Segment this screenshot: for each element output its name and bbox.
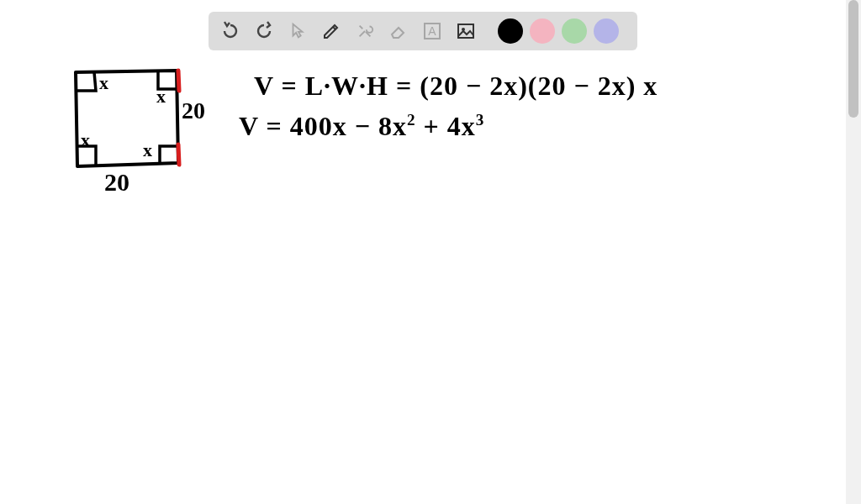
text-button[interactable]: A: [419, 18, 446, 45]
drawing-toolbar: A: [209, 12, 637, 50]
side-label-bottom: 20: [104, 168, 129, 197]
eq2-part2: + 4x: [416, 111, 476, 141]
image-icon: [456, 21, 476, 41]
pointer-button[interactable]: [284, 18, 311, 45]
undo-icon: [220, 21, 240, 41]
corner-label-tr: x: [156, 86, 166, 108]
scrollbar-thumb[interactable]: [848, 0, 858, 118]
eraser-button[interactable]: [385, 18, 412, 45]
color-purple[interactable]: [594, 18, 619, 44]
color-pink[interactable]: [530, 18, 555, 44]
equation-line-2: V = 400x − 8x2 + 4x3: [239, 111, 484, 142]
undo-button[interactable]: [217, 18, 244, 45]
svg-rect-2: [458, 24, 473, 38]
redo-button[interactable]: [251, 18, 277, 45]
tools-icon: [356, 22, 374, 40]
vertical-scrollbar[interactable]: [846, 0, 861, 504]
side-label-right: 20: [182, 97, 205, 124]
eq2-exp2: 3: [476, 111, 485, 129]
pointer-icon: [288, 22, 307, 40]
pencil-button[interactable]: [318, 18, 345, 45]
redo-icon: [254, 21, 274, 41]
corner-label-br: x: [143, 139, 152, 161]
eq2-part1: V = 400x − 8x: [239, 111, 407, 141]
pencil-icon: [321, 21, 341, 41]
box-diagram: x x x x 20 20: [69, 66, 203, 208]
svg-text:A: A: [428, 24, 436, 38]
corner-label-tl: x: [99, 72, 108, 94]
image-button[interactable]: [452, 18, 479, 45]
whiteboard-canvas[interactable]: x x x x 20 20 V = L·W·H = (20 − 2x)(20 −…: [0, 0, 844, 504]
corner-label-bl: x: [81, 129, 90, 151]
color-green[interactable]: [562, 18, 587, 44]
color-black[interactable]: [498, 18, 523, 44]
equation-line-1: V = L·W·H = (20 − 2x)(20 − 2x) x: [254, 71, 658, 102]
text-icon: A: [422, 21, 442, 41]
eq2-exp1: 2: [407, 111, 416, 129]
eraser-icon: [388, 21, 409, 41]
tools-button[interactable]: [351, 18, 378, 45]
